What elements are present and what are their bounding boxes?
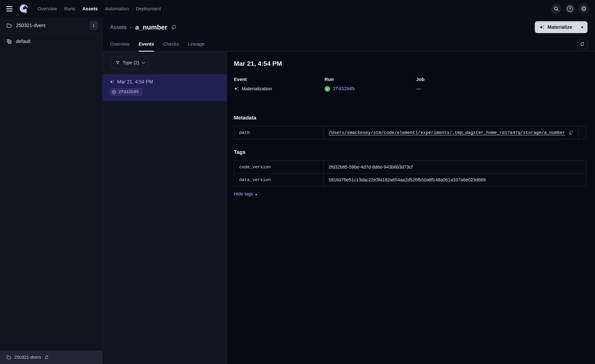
filter-funnel-icon xyxy=(115,60,120,65)
table-row: code_version 2fd32b85-59be-4d7d-8d6e-943… xyxy=(234,161,586,173)
tags-section: Tags code_version 2fd32b85-59be-4d7d-8d6… xyxy=(234,149,586,196)
footer-location-label: 250321-dvers xyxy=(14,355,41,360)
sidebar-item-default[interactable]: default xyxy=(0,34,102,49)
copy-asset-name-button[interactable] xyxy=(171,25,176,30)
sidebar-group-row[interactable]: 250321-dvers 1 xyxy=(0,17,102,34)
dagster-logo[interactable] xyxy=(19,4,29,14)
hamburger-menu-icon[interactable] xyxy=(6,4,15,13)
materialize-split-button: Materialize ▾ xyxy=(535,21,588,33)
asset-sidebar: 250321-dvers 1 default 250321-dvers xyxy=(0,17,103,364)
copy-icon xyxy=(568,130,573,135)
topbar: Overview Runs Assets Automation Deployme… xyxy=(0,0,595,17)
settings-button[interactable]: ⚙ xyxy=(579,4,589,14)
asset-header: Assets › a_number xyxy=(103,17,595,52)
run-status-icon xyxy=(112,90,116,94)
path-link[interactable]: /Users/smackesey/stm/code/elementl/exper… xyxy=(329,130,565,135)
help-icon: ? xyxy=(567,6,573,12)
type-filter-button[interactable]: Type (2) xyxy=(110,56,149,69)
tab-overview[interactable]: Overview xyxy=(110,37,130,51)
breadcrumb: Assets › a_number xyxy=(103,17,595,37)
metadata-key-cell: path xyxy=(234,126,324,139)
nav-automation[interactable]: Automation xyxy=(105,6,129,11)
event-column-header: Event xyxy=(234,77,325,82)
tab-checks[interactable]: Checks xyxy=(163,37,179,51)
help-button[interactable]: ? xyxy=(565,4,575,14)
topbar-actions: ? ⚙ xyxy=(551,4,589,14)
search-icon xyxy=(553,6,559,12)
metadata-heading: Metadata xyxy=(234,115,586,121)
sidebar-item-label: default xyxy=(16,39,30,44)
asset-count-badge: 1 xyxy=(89,21,98,30)
caret-up-icon: ▴ xyxy=(255,192,257,196)
event-timestamp: Mar 21, 4:54 PM xyxy=(117,79,153,85)
tab-events[interactable]: Events xyxy=(139,37,154,51)
job-value: — xyxy=(416,86,421,91)
nav-overview[interactable]: Overview xyxy=(37,6,57,11)
job-column-header: Job xyxy=(416,77,586,82)
materialization-sparkle-icon xyxy=(234,86,239,91)
run-column: Run 2fd32b85 xyxy=(325,77,416,92)
chevron-right-icon: › xyxy=(130,24,132,30)
metadata-table: path /Users/smackesey/stm/code/elementl/… xyxy=(234,126,586,139)
tag-value-cell: 5816d76e51c13dac22e3fa182a654aa2d526fb50… xyxy=(324,174,586,186)
materialize-dropdown-button[interactable]: ▾ xyxy=(577,21,588,33)
run-column-header: Run xyxy=(325,77,416,82)
job-column: Job — xyxy=(416,77,586,92)
breadcrumb-assets-link[interactable]: Assets xyxy=(110,24,127,30)
refresh-button[interactable] xyxy=(577,39,588,49)
caret-down-icon: ▾ xyxy=(581,25,583,30)
table-row: path /Users/smackesey/stm/code/elementl/… xyxy=(234,126,586,139)
tag-value-cell: 2fd32b85-59be-4d7d-8d6e-943b6b3d73cf xyxy=(324,161,586,173)
table-row: data_version 5816d76e51c13dac22e3fa182a6… xyxy=(234,173,586,186)
event-type-label: Materialization xyxy=(242,86,272,91)
main-panel: Assets › a_number xyxy=(103,17,595,364)
events-list-panel: Type (2) Mar 21, 4:54 PM xyxy=(103,52,227,364)
event-list-item-selected[interactable]: Mar 21, 4:54 PM 2fd32b85 xyxy=(103,74,227,101)
event-type-value: Materialization xyxy=(234,86,325,91)
event-time-row: Mar 21, 4:54 PM xyxy=(109,79,220,85)
gear-icon: ⚙ xyxy=(581,6,587,12)
sidebar-group-label: 250321-dvers xyxy=(16,23,46,28)
tag-key-cell: data_version xyxy=(234,174,324,186)
event-summary-columns: Event Materialization Run xyxy=(234,77,586,92)
sidebar-footer: 250321-dvers xyxy=(0,350,102,364)
sparkle-icon xyxy=(539,25,545,30)
tags-heading: Tags xyxy=(234,149,586,155)
run-success-icon xyxy=(325,86,330,92)
sync-icon xyxy=(580,42,585,47)
nav-deployment[interactable]: Deployment xyxy=(136,6,161,11)
metadata-end-cell xyxy=(578,126,586,139)
chevron-down-icon xyxy=(142,60,145,64)
tag-key-cell: code_version xyxy=(234,161,324,173)
main-nav: Overview Runs Assets Automation Deployme… xyxy=(37,6,161,11)
copy-path-button[interactable] xyxy=(568,130,573,135)
folder-icon xyxy=(6,355,11,360)
nav-runs[interactable]: Runs xyxy=(64,6,75,11)
event-column: Event Materialization xyxy=(234,77,325,92)
folder-icon xyxy=(6,23,12,28)
page-title: a_number xyxy=(135,23,167,31)
hide-tags-label: Hide tags xyxy=(234,191,253,196)
event-detail-title: Mar 21, 4:54 PM xyxy=(234,60,586,67)
copy-icon xyxy=(171,25,176,30)
metadata-section: Metadata path /Users/smackesey/stm/code/… xyxy=(234,115,586,139)
run-id-link[interactable]: 2fd32b85 xyxy=(333,86,355,91)
tab-lineage[interactable]: Lineage xyxy=(188,37,205,51)
hide-tags-toggle[interactable]: Hide tags ▴ xyxy=(234,191,257,196)
materialize-label: Materialize xyxy=(547,24,572,30)
materialize-button[interactable]: Materialize xyxy=(535,21,577,33)
event-run-id: 2fd32b85 xyxy=(119,90,139,94)
sync-icon[interactable] xyxy=(44,355,49,360)
tags-table: code_version 2fd32b85-59be-4d7d-8d6e-943… xyxy=(234,161,586,186)
search-button[interactable] xyxy=(551,4,561,14)
asset-tabs: Overview Events Checks Lineage xyxy=(103,37,595,51)
metadata-value-cell: /Users/smackesey/stm/code/elementl/exper… xyxy=(324,126,578,139)
event-run-badge[interactable]: 2fd32b85 xyxy=(109,88,142,96)
asset-group-icon xyxy=(6,39,12,44)
materialization-sparkle-icon xyxy=(109,79,114,84)
nav-assets[interactable]: Assets xyxy=(82,6,98,11)
event-detail-panel: Mar 21, 4:54 PM Event Materialization xyxy=(227,52,595,364)
type-filter-label: Type (2) xyxy=(123,60,139,65)
